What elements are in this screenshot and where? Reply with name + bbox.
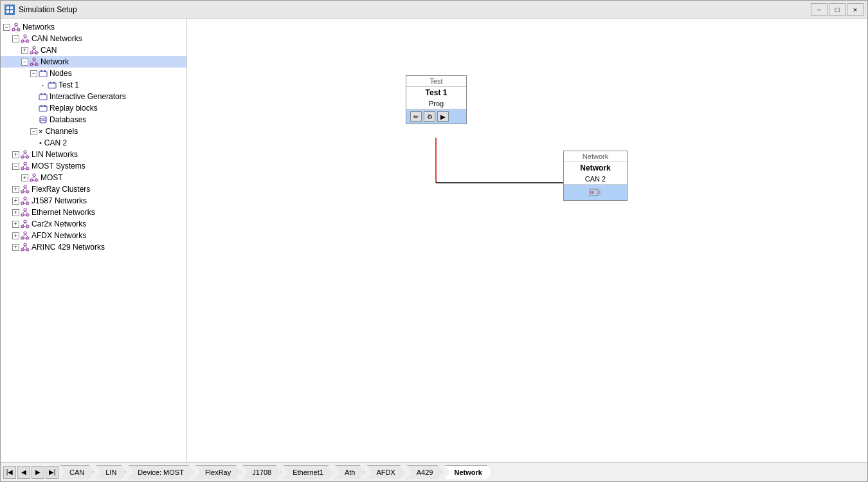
expand-afdx[interactable]: +	[12, 232, 19, 239]
network-box-bottom	[564, 185, 627, 200]
arinc429-label: ARINC 429 Networks	[32, 243, 105, 252]
svg-rect-39	[44, 105, 46, 107]
sidebar-item-can2[interactable]: • CAN 2	[1, 137, 186, 149]
minimize-button[interactable]: −	[811, 3, 827, 16]
sidebar-item-afdx[interactable]: + AFDX Networks	[1, 230, 186, 241]
sidebar-item-networks[interactable]: − Networks	[1, 21, 186, 33]
network-box[interactable]: Network Network CAN 2	[563, 151, 628, 201]
tab-flexray[interactable]: FlexRay	[195, 465, 240, 479]
tab-j1708[interactable]: J1708	[242, 465, 281, 479]
expand-most-item[interactable]: +	[21, 174, 28, 181]
tab-ath[interactable]: Ath	[335, 465, 365, 479]
sidebar-item-test1[interactable]: • Test 1	[1, 79, 186, 91]
sidebar-item-can-networks[interactable]: − CAN Networks	[1, 33, 186, 44]
expand-networks[interactable]: −	[3, 24, 10, 31]
svg-rect-34	[39, 95, 47, 100]
expand-arinc429[interactable]: +	[12, 244, 19, 251]
expand-channels[interactable]: −	[30, 128, 37, 135]
sidebar-item-most[interactable]: + MOST	[1, 172, 186, 183]
sidebar-item-databases[interactable]: Databases	[1, 114, 186, 125]
svg-line-14	[25, 37, 28, 40]
nodes-label: Nodes	[50, 69, 72, 78]
svg-line-19	[32, 49, 34, 51]
most-icon	[30, 173, 39, 182]
sidebar-item-most-systems[interactable]: − MOST Systems	[1, 160, 186, 172]
canvas-area: Test Test 1 Prog ✏ ⚙ ▶ Network Network C…	[187, 19, 867, 462]
sidebar-item-nodes[interactable]: − Nodes	[1, 68, 186, 79]
sidebar: − Networks − CAN Networks + CAN − Networ…	[1, 19, 187, 462]
sidebar-item-network[interactable]: − Network	[1, 56, 186, 68]
maximize-button[interactable]: □	[829, 3, 845, 16]
node-box-test1[interactable]: Test Test 1 Prog ✏ ⚙ ▶	[406, 75, 467, 124]
config-btn[interactable]: ⚙	[424, 111, 435, 122]
replay-label: Replay blocks	[50, 104, 98, 113]
svg-point-80	[24, 220, 26, 223]
expand-j1587[interactable]: +	[12, 198, 19, 205]
nav-first[interactable]: |◀	[3, 466, 16, 479]
tab-ethernet1[interactable]: Ethernet1	[283, 465, 333, 479]
sidebar-item-replay[interactable]: Replay blocks	[1, 102, 186, 114]
sidebar-item-channels[interactable]: − × Channels	[1, 125, 186, 137]
title-bar-left: Simulation Setup	[5, 5, 77, 15]
tab-network[interactable]: Network	[444, 465, 491, 479]
run-btn[interactable]: ▶	[437, 111, 449, 122]
j1587-icon	[21, 196, 30, 205]
tab-lin[interactable]: LIN	[96, 465, 126, 479]
expand-flexray[interactable]: +	[12, 186, 19, 193]
svg-rect-1	[10, 6, 13, 9]
tab-device-most[interactable]: Device: MOST	[128, 465, 194, 479]
nav-next[interactable]: ▶	[32, 466, 44, 479]
can2-bullet: •	[39, 139, 42, 147]
svg-line-77	[23, 211, 25, 214]
afdx-label: AFDX Networks	[32, 231, 86, 240]
expand-network[interactable]: −	[21, 59, 28, 66]
network-label: Network	[41, 57, 69, 66]
svg-line-78	[25, 211, 28, 214]
svg-point-86	[24, 232, 26, 234]
can2-label: CAN 2	[44, 138, 67, 147]
expand-ethernet[interactable]: +	[12, 209, 19, 216]
sidebar-item-car2x[interactable]: + Car2x Networks	[1, 218, 186, 230]
network-box-channel: CAN 2	[564, 174, 627, 185]
sidebar-item-arinc429[interactable]: + ARINC 429 Networks	[1, 241, 186, 253]
connection-svg	[187, 19, 867, 462]
tab-a429[interactable]: A429	[407, 465, 443, 479]
nodes-icon	[39, 69, 48, 78]
svg-rect-29	[41, 70, 42, 72]
title-bar: Simulation Setup − □ ×	[1, 1, 867, 19]
tab-afdx[interactable]: AFDX	[366, 465, 404, 479]
expand-can-networks[interactable]: −	[12, 35, 19, 42]
svg-point-44	[24, 151, 26, 153]
svg-line-60	[34, 176, 37, 179]
interactive-gen-label: Interactive Generators	[50, 92, 126, 101]
networks-label: Networks	[23, 23, 55, 32]
sidebar-item-interactive-gen[interactable]: Interactive Generators	[1, 91, 186, 102]
svg-line-48	[25, 153, 28, 156]
can-network-icon	[21, 34, 30, 43]
expand-most[interactable]: −	[12, 163, 19, 170]
sidebar-item-can[interactable]: + CAN	[1, 44, 186, 56]
network-box-title: Network	[564, 162, 627, 174]
network-icon	[12, 23, 21, 32]
sidebar-item-j1587[interactable]: + J1587 Networks	[1, 195, 186, 207]
sidebar-item-ethernet[interactable]: + Ethernet Networks	[1, 207, 186, 218]
expand-lin[interactable]: +	[12, 151, 19, 158]
channels-label: Channels	[45, 127, 78, 136]
sidebar-item-flexray[interactable]: + FlexRay Clusters	[1, 183, 186, 195]
sidebar-item-lin[interactable]: + LIN Networks	[1, 149, 186, 160]
flexray-icon	[21, 185, 30, 194]
svg-rect-38	[41, 105, 42, 107]
expand-car2x[interactable]: +	[12, 221, 19, 228]
window-title: Simulation Setup	[19, 5, 77, 14]
nav-last[interactable]: ▶|	[46, 466, 59, 479]
edit-btn[interactable]: ✏	[410, 111, 422, 122]
expand-nodes[interactable]: −	[30, 70, 37, 77]
svg-line-89	[23, 234, 25, 237]
close-button[interactable]: ×	[847, 3, 863, 16]
tab-can[interactable]: CAN	[60, 465, 94, 479]
svg-point-62	[24, 185, 26, 188]
interactive-gen-icon	[39, 92, 48, 101]
channels-x-icon: ×	[39, 127, 42, 135]
nav-prev[interactable]: ◀	[17, 466, 30, 479]
expand-can[interactable]: +	[21, 47, 28, 54]
